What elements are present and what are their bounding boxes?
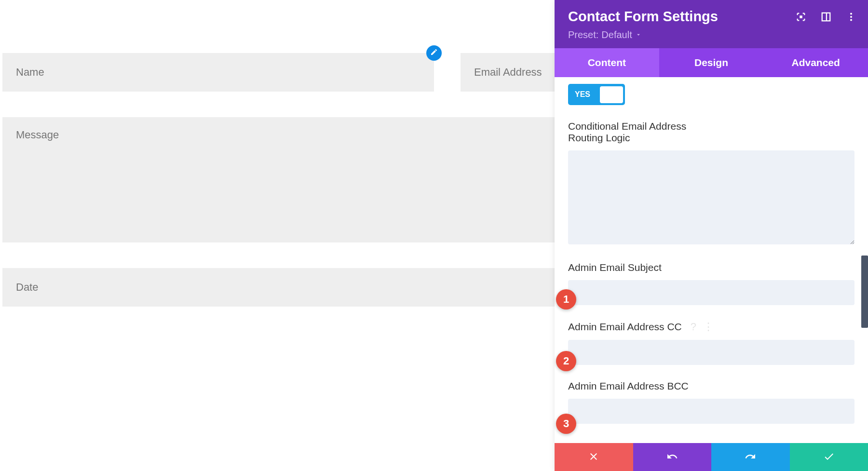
admin-cc-input[interactable]: [568, 340, 854, 365]
settings-tabs: Content Design Advanced: [555, 48, 868, 77]
panel-header: Contact Form Settings Preset: Default: [555, 0, 868, 48]
edit-field-badge[interactable]: [426, 45, 442, 61]
close-icon: [588, 451, 599, 464]
toggle-yes-label: YES: [570, 90, 595, 99]
tab-design[interactable]: Design: [659, 48, 764, 77]
toggle-knob: [600, 86, 623, 103]
form-row-message: [2, 117, 555, 242]
pencil-icon: [430, 48, 438, 58]
admin-bcc-group: Admin Email Address BCC: [568, 380, 854, 424]
undo-button[interactable]: [633, 443, 712, 471]
main-canvas: [0, 0, 555, 471]
chevron-down-icon: [635, 29, 642, 40]
preset-selector[interactable]: Preset: Default: [568, 29, 856, 40]
form-row-date: [2, 268, 555, 307]
admin-bcc-label: Admin Email Address BCC: [568, 380, 854, 392]
svg-point-5: [850, 19, 852, 21]
message-input[interactable]: [2, 117, 555, 242]
svg-point-4: [850, 15, 852, 17]
admin-subject-input[interactable]: [568, 280, 854, 305]
help-icon[interactable]: ?: [691, 321, 696, 333]
panel-body[interactable]: YES Conditional Email Address Routing Lo…: [555, 77, 868, 443]
tab-content[interactable]: Content: [555, 48, 659, 77]
annotation-badge-2: 2: [556, 351, 576, 371]
annotation-badge-3: 3: [556, 414, 576, 434]
more-icon[interactable]: [846, 12, 856, 22]
cc-label-hints: ? ⋮: [691, 321, 714, 333]
check-icon: [823, 451, 835, 464]
svg-rect-0: [800, 15, 802, 18]
snap-icon[interactable]: [821, 12, 831, 22]
header-icon-group: [796, 12, 856, 22]
panel-footer: [555, 443, 868, 471]
conditional-routing-textarea[interactable]: [568, 150, 854, 244]
header-top-row: Contact Form Settings: [568, 9, 856, 25]
redo-button[interactable]: [711, 443, 790, 471]
annotation-badge-1: 1: [556, 289, 576, 310]
preset-value: Default: [601, 29, 632, 40]
save-button[interactable]: [790, 443, 868, 471]
conditional-label-line2: Routing Logic: [568, 132, 686, 144]
admin-subject-label: Admin Email Subject: [568, 262, 854, 273]
admin-cc-label: Admin Email Address CC ? ⋮: [568, 321, 854, 333]
form-row-top: [2, 53, 555, 92]
date-input[interactable]: [2, 268, 555, 307]
conditional-routing-group: Conditional Email Address Routing Logic: [568, 121, 854, 246]
scrollbar-thumb[interactable]: [861, 256, 868, 328]
admin-subject-group: Admin Email Subject: [568, 262, 854, 305]
undo-icon: [666, 451, 678, 464]
redo-icon: [745, 451, 756, 464]
admin-bcc-input[interactable]: [568, 399, 854, 424]
conditional-routing-label: Conditional Email Address Routing Logic: [568, 121, 854, 144]
expand-icon[interactable]: [796, 12, 806, 22]
settings-panel: Contact Form Settings Preset: Default: [555, 0, 868, 471]
svg-point-3: [850, 13, 852, 14]
admin-cc-group: Admin Email Address CC ? ⋮: [568, 321, 854, 365]
cancel-button[interactable]: [555, 443, 633, 471]
tab-advanced[interactable]: Advanced: [763, 48, 868, 77]
name-field-wrapper: [2, 53, 434, 92]
panel-title: Contact Form Settings: [568, 9, 718, 25]
name-input[interactable]: [2, 53, 434, 92]
preset-label: Preset:: [568, 29, 598, 40]
conditional-label-line1: Conditional Email Address: [568, 121, 686, 132]
yes-toggle[interactable]: YES: [568, 84, 625, 105]
options-icon[interactable]: ⋮: [703, 321, 714, 333]
